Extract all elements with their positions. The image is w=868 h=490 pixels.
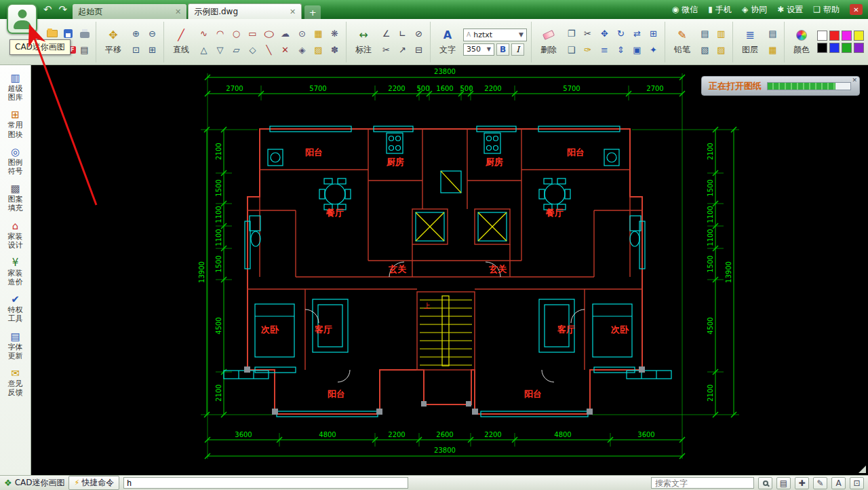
arc-icon[interactable]: ◠ xyxy=(213,26,227,41)
tab-close-icon[interactable]: ✕ xyxy=(290,7,296,16)
layer-list-icon[interactable]: ▤ xyxy=(766,26,780,41)
bold-button[interactable]: B xyxy=(496,43,509,56)
drawing-canvas[interactable]: 23800 2700 5700 2200 500 1600 500 2200 5… xyxy=(31,65,868,475)
sidebar-item-feedback[interactable]: ✉ 意见反馈 xyxy=(1,367,30,397)
diameter-dimension-icon[interactable]: ⊘ xyxy=(412,26,426,41)
color-swatch[interactable] xyxy=(854,43,864,53)
draft-mode-button[interactable]: ✎ xyxy=(813,477,827,489)
tab-example-dwg[interactable]: 示例图.dwg ✕ xyxy=(188,3,302,19)
tab-close-icon[interactable]: ✕ xyxy=(175,7,181,16)
sidebar-item-symbols[interactable]: ◎ 图例符号 xyxy=(1,146,30,176)
toast-close-icon[interactable]: ✕ xyxy=(852,77,857,83)
mirror-icon[interactable]: ⇄ xyxy=(630,26,644,41)
text-button[interactable]: A 文字 xyxy=(435,23,460,61)
color-swatch[interactable] xyxy=(829,31,840,41)
help-button[interactable]: ❑ 帮助 xyxy=(813,4,840,16)
color-swatch[interactable] xyxy=(842,31,852,41)
hatch-icon[interactable]: ▦ xyxy=(311,26,326,41)
insert-image-icon[interactable]: ▨ xyxy=(714,43,728,57)
circle-icon[interactable]: ○ xyxy=(229,26,243,41)
color-swatch[interactable] xyxy=(817,43,827,53)
color-swatch[interactable] xyxy=(842,43,852,53)
search-button[interactable] xyxy=(758,477,772,489)
collaborate-button[interactable]: ◈ 协同 xyxy=(742,4,767,16)
color-swatch[interactable] xyxy=(854,31,864,41)
tab-start-page[interactable]: 起始页 ✕ xyxy=(73,4,186,19)
paste-icon[interactable]: ❑ xyxy=(564,43,578,57)
align-icon[interactable]: ≡ xyxy=(597,43,612,57)
table-icon[interactable]: ▥ xyxy=(714,26,728,41)
search-input[interactable] xyxy=(651,477,754,489)
mobile-button[interactable]: ▮ 手机 xyxy=(708,4,732,16)
angle-dimension-icon[interactable]: ∠ xyxy=(379,26,393,41)
cloud-icon[interactable]: ☁ xyxy=(278,26,292,41)
export-image-button[interactable]: ▤ xyxy=(77,43,92,57)
color-button[interactable]: 颜色 xyxy=(789,23,814,61)
parallelogram-icon[interactable]: ▱ xyxy=(229,43,243,57)
color-swatch[interactable] xyxy=(829,43,840,53)
cut-icon[interactable]: ✂ xyxy=(580,26,595,41)
region-icon[interactable]: ◈ xyxy=(295,43,309,57)
save-button[interactable] xyxy=(61,26,75,41)
wechat-button[interactable]: ◉ 微信 xyxy=(672,4,698,16)
layer-button[interactable]: ≣ 图层 xyxy=(737,23,763,61)
quick-dimension-icon[interactable]: ⊟ xyxy=(412,43,426,57)
zoom-plus-button[interactable]: ✚ xyxy=(795,477,809,489)
canvas-resize-handle[interactable] xyxy=(859,466,866,473)
rectangle-icon[interactable]: ▭ xyxy=(245,26,260,41)
sidebar-item-blocks[interactable]: ⊞ 常用图块 xyxy=(1,109,30,138)
settings-button[interactable]: ✱ 设置 xyxy=(777,4,803,16)
move-icon[interactable]: ✥ xyxy=(597,26,612,41)
triangle-icon[interactable]: △ xyxy=(197,43,211,57)
ordinate-dimension-icon[interactable]: ∟ xyxy=(395,26,410,41)
polyline-icon[interactable]: ∿ xyxy=(197,26,211,41)
pan-button[interactable]: ✥ 平移 xyxy=(100,23,126,61)
forward-arrow-icon[interactable]: ↷ xyxy=(59,3,68,16)
diagonal-line-icon[interactable]: ╲ xyxy=(262,43,276,57)
zoom-extents-icon[interactable]: ⊞ xyxy=(145,43,159,57)
diamond-icon[interactable]: ◇ xyxy=(245,43,260,57)
sidebar-item-hatch[interactable]: ▩ 图案填充 xyxy=(1,183,30,212)
scissors-icon[interactable]: ✂ xyxy=(379,43,393,57)
donut-icon[interactable]: ⊙ xyxy=(295,26,309,41)
leader-icon[interactable]: ↗ xyxy=(395,43,410,57)
markup-icon[interactable]: ▤ xyxy=(698,26,712,41)
sidebar-item-home-cost[interactable]: ¥ 家装造价 xyxy=(1,257,30,286)
zoom-out-icon[interactable]: ⊖ xyxy=(145,26,159,41)
back-arrow-icon[interactable]: ↶ xyxy=(43,3,52,16)
polygon-icon[interactable]: ▽ xyxy=(213,43,227,57)
format-brush-icon[interactable]: ✑ xyxy=(580,43,595,57)
copy-icon[interactable]: ❐ xyxy=(564,26,578,41)
command-input[interactable] xyxy=(123,477,408,489)
open-file-button[interactable] xyxy=(45,26,59,41)
pencil-button[interactable]: ✎ 铅笔 xyxy=(669,23,695,61)
color-swatch[interactable] xyxy=(817,31,827,41)
offset-icon[interactable]: ▣ xyxy=(630,43,644,57)
print-button[interactable] xyxy=(77,26,92,41)
sidebar-item-premium-tools[interactable]: ✔ 特权工具 xyxy=(1,293,30,323)
italic-button[interactable]: I xyxy=(511,43,524,56)
font-size-select[interactable]: 350 ▼ xyxy=(463,43,494,56)
user-avatar[interactable] xyxy=(7,3,37,34)
spline-icon[interactable]: ✽ xyxy=(328,43,342,57)
gradient-icon[interactable]: ▨ xyxy=(311,43,326,57)
window-close-button[interactable]: ✕ xyxy=(850,4,863,15)
sidebar-item-font-update[interactable]: ▤ 字体更新 xyxy=(1,331,30,360)
new-tab-button[interactable]: + xyxy=(304,5,321,19)
zoom-in-icon[interactable]: ⊕ xyxy=(129,26,143,41)
array-icon[interactable]: ⊞ xyxy=(646,26,660,41)
scale-icon[interactable]: ⇕ xyxy=(614,43,628,57)
shortcut-command-button[interactable]: ⚡ 快捷命令 xyxy=(68,476,119,490)
sidebar-item-library[interactable]: ▥ 超级图库 xyxy=(1,72,30,102)
delete-button[interactable]: 删除 xyxy=(536,23,561,61)
revision-cloud-icon[interactable]: ❋ xyxy=(328,26,342,41)
ellipse-icon[interactable]: ○ xyxy=(259,26,279,41)
text-style-button[interactable]: A xyxy=(831,477,846,489)
dimension-button[interactable]: ↔ 标注 xyxy=(351,23,376,61)
font-select[interactable]: A hztxt ▼ xyxy=(463,29,527,41)
fullscreen-button[interactable]: ⊡ xyxy=(850,477,864,489)
explode-icon[interactable]: ✦ xyxy=(646,43,660,57)
cross-icon[interactable]: ✕ xyxy=(278,43,292,57)
page-preview-button[interactable]: ▤ xyxy=(776,477,791,489)
layer-merge-icon[interactable]: ▦ xyxy=(766,43,780,57)
